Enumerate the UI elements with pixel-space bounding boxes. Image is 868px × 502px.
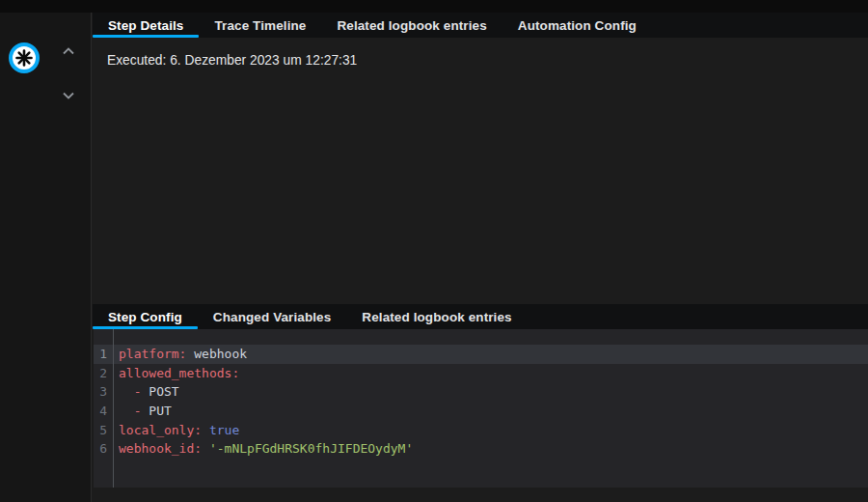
line-number: 4 [94,402,113,421]
code-token: PUT [141,404,171,418]
tab-label: Trace Timeline [214,18,306,33]
line-number: 6 [94,439,113,459]
tab-label: Related logbook entries [337,18,486,33]
code-line[interactable]: webhook_id: '-mNLpFGdHRSK0fhJIFDEOydyM' [114,439,868,459]
code-token [202,423,209,437]
editor-content[interactable]: platform: webhook allowed_methods: - POS… [114,329,868,488]
code-token: webhook [186,347,247,361]
trace-graph-sidebar [0,13,92,502]
config-tab-bar: Step Config Changed Variables Related lo… [93,304,868,329]
code-line[interactable]: - POST [114,382,868,402]
detail-tab-bar: Step Details Trace Timeline Related logb… [93,13,868,38]
tab-label: Step Config [108,310,182,324]
trigger-node-button[interactable] [7,41,41,75]
previous-node-button[interactable] [59,42,78,61]
code-token: '-mNLpFGdHRSK0fhJIFDEOydyM' [209,441,413,456]
code-token: true [209,423,239,437]
tab-step-config[interactable]: Step Config [93,304,198,329]
yaml-code-editor[interactable]: 1 2 3 4 5 6 platform: webhook allowed_me… [94,329,868,488]
line-number: 2 [94,364,113,383]
code-token [202,441,209,456]
code-line[interactable]: - PUT [114,402,868,421]
tab-label: Automation Config [518,18,637,33]
tab-automation-config[interactable]: Automation Config [502,13,652,38]
code-token [119,384,134,399]
line-number: 3 [94,382,113,402]
code-token: webhook_id: [119,441,202,456]
code-line[interactable]: platform: webhook [114,345,868,364]
line-number: 5 [94,421,113,440]
tab-related-logbook-entries-2[interactable]: Related logbook entries [346,304,527,329]
code-line[interactable]: allowed_methods: [114,364,868,383]
asterisk-node-icon [7,64,41,78]
tab-related-logbook-entries[interactable]: Related logbook entries [321,13,502,38]
code-token: allowed_methods: [119,366,239,380]
chevron-down-icon [59,94,78,108]
tab-label: Related logbook entries [362,310,511,324]
tab-changed-variables[interactable]: Changed Variables [198,304,347,329]
next-node-button[interactable] [59,86,78,105]
code-token: local_only: [119,423,202,437]
tab-step-details[interactable]: Step Details [93,13,199,38]
code-token: POST [141,384,178,399]
line-number: 1 [94,345,113,364]
tab-trace-timeline[interactable]: Trace Timeline [199,13,321,38]
editor-gutter: 1 2 3 4 5 6 [94,329,114,488]
tab-label: Changed Variables [213,310,332,324]
top-bar [0,0,868,13]
code-token: platform: [119,347,186,361]
executed-timestamp: Executed: 6. Dezember 2023 um 12:27:31 [107,53,357,68]
trace-detail-panel: Step Details Trace Timeline Related logb… [93,13,868,502]
code-token [119,404,134,418]
tab-label: Step Details [108,18,183,33]
chevron-up-icon [59,49,78,64]
code-line[interactable]: local_only: true [114,421,868,440]
